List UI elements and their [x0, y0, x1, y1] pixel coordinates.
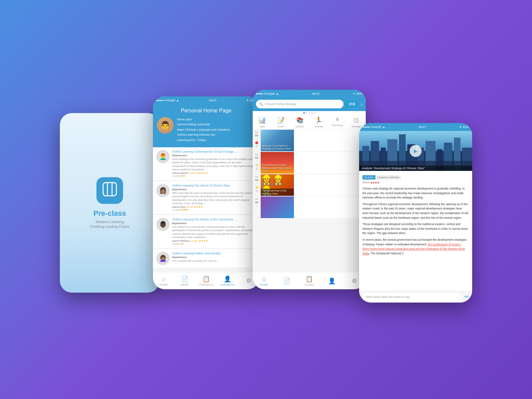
search-icon: 🔍 [259, 102, 263, 106]
nav-label: HOME [160, 283, 168, 286]
item-content: Online Learning:Politics and Morality Ex… [172, 252, 256, 265]
ci-le: Le [255, 153, 258, 156]
avatar-elsa: 👩🏽 [156, 184, 170, 197]
course-indicator-2: Le 02 › ⭐ 🤍 [253, 152, 261, 174]
tab-activity[interactable]: 🏃 Activity [309, 117, 328, 128]
course-tabs: 📊 Type 📝 Exam 📚 Subject 🏃 Activity ¥ [253, 115, 366, 130]
screen3-courses: ●●●● FANQIE ▲ 08:47 ✦ 82% 🔍 China's Ruli… [253, 90, 366, 289]
nav-label: Contect [305, 283, 314, 286]
time-3: 08:47 [312, 92, 320, 95]
ci-heart: 🤍 [255, 145, 258, 148]
course-item-2[interactable]: Le 02 › ⭐ 🤍 Government's Control Method … [253, 152, 366, 174]
tab-type[interactable]: 📊 Type [253, 117, 272, 128]
nav5-icon-3: ⚙ [352, 277, 357, 285]
ci-star: ⭐ [255, 186, 258, 189]
item-score: Score:★★★★ [186, 205, 203, 208]
ci-num: 04 [255, 201, 258, 204]
ci-arrow: › [256, 182, 257, 185]
course-item-4[interactable]: Le 04 › [253, 197, 366, 218]
course-indicator-3: Le 03 › ⭐ 🤍 [253, 174, 261, 196]
carrier-4: ●●●● FANQIE ▲ [362, 125, 385, 129]
tab-recharge[interactable]: ¥ Recharge [328, 117, 347, 128]
nav-2-3[interactable]: 📄 [275, 272, 298, 289]
exp-text: The United Front is led by the Communist… [172, 225, 256, 239]
carrier-2: ●●●● FANQIE ▲ [156, 99, 179, 102]
heart-4: ♥ [377, 181, 379, 185]
item-grade: Grade: [172, 175, 180, 178]
nav-label: HOME [260, 283, 268, 286]
app-subtitle2: Creating Leading Future [90, 224, 130, 228]
course-thumb-3: 👷👷👷 The Social Role of the Working Class [261, 174, 294, 196]
exp-text: For a society and a country, it is very … [172, 259, 256, 263]
tab-subject[interactable]: 📚 Subject [290, 117, 309, 128]
contects-icon: 📋 [202, 275, 210, 283]
contacts-icon: 👤 [224, 275, 231, 283]
nav-home[interactable]: ⌂ HOME [153, 272, 174, 289]
video-title: Analysis: Development Strategy of Chines… [359, 166, 472, 171]
nav-label: MEMO [181, 283, 189, 286]
list-item[interactable]: 👨‍🦰 Online Learning:Contemporary Social … [153, 147, 259, 181]
search-text: China's Ruling Strategy [265, 102, 296, 106]
tab-label: Recharge [332, 124, 343, 127]
dot-5 [314, 112, 316, 114]
nav-contects[interactable]: 📋 CONTECTS [196, 272, 217, 289]
search-field[interactable]: 🔍 China's Ruling Strategy [256, 100, 343, 108]
item-meta: Name:Williams Score:★★★★ Grade:♥♥ [172, 239, 256, 245]
nav-home-3[interactable]: ⌂ HOME [253, 272, 275, 289]
list-item[interactable]: 👨🏿 Online Learning:The history of the Co… [153, 215, 259, 248]
logo-symbol [101, 181, 118, 200]
avatar-4: 👩🏽‍🦱 [156, 252, 170, 265]
edit-icon[interactable]: ✏ [465, 294, 469, 300]
ci-heart: 🤍 [255, 167, 258, 170]
tab-exam[interactable]: 📝 Exam [272, 117, 291, 128]
dot-4 [311, 112, 313, 114]
item-content: Online Learning:The Secret of China's Ri… [172, 184, 256, 211]
article-link[interactable]: the construction of Guang-dong–Hong Kong… [362, 243, 465, 255]
heart-1: ♥ [370, 181, 372, 185]
screen1-wrapper: Pre-class Wisdom Learning Creating Leadi… [60, 96, 160, 293]
item-content: Online Learning:The history of the Commu… [172, 218, 256, 245]
nav-label: CONTACTS [220, 283, 234, 286]
ci-num: 01 [255, 134, 258, 137]
video-player[interactable]: ▶ Analysis: Development Strategy of Chin… [359, 131, 472, 171]
buildings-image: Government's Control Method under High H… [261, 152, 294, 174]
article-para-2: Throughout China's regional economic dev… [362, 202, 469, 220]
screen2-wrapper: ●●●● FANQIE ▲ 08:47 ✦ 82% Personal Home … [153, 96, 259, 289]
course-thumb-4 [261, 197, 294, 218]
status-bar-2: ●●●● FANQIE ▲ 08:47 ✦ 82% [153, 96, 259, 104]
nav-4-3[interactable]: 👤 [321, 272, 343, 289]
screens-container: Pre-class Wisdom Learning Creating Leadi… [60, 96, 472, 303]
page-title-2: Personal Home Page [157, 108, 255, 114]
bottom-nav-2: ⌂ HOME 📄 MEMO 📋 CONTECTS 👤 CONTACTS ⚙ [153, 272, 259, 289]
nav-label: CONTECTS [199, 283, 213, 286]
article-para-1: China's new strategy for regional econom… [362, 187, 469, 200]
play-button[interactable]: ▶ [410, 145, 422, 157]
chat-bar: Write down what you want to say... ✏ [359, 291, 472, 303]
nav-contacts[interactable]: 👤 CONTACTS [217, 272, 238, 289]
ci-heart: 🤍 [255, 190, 258, 193]
app-subtitle1: Wisdom Learning [95, 220, 124, 224]
ci-arrow: › [256, 138, 257, 141]
ci-arrow: › [256, 160, 257, 163]
bottom-nav-3: ⌂ HOME 📄 📋 Contect 👤 ⚙ [253, 272, 366, 289]
item-grade: Grade: [172, 208, 180, 211]
item-name: Name:Elsa [172, 205, 185, 208]
search-button[interactable]: 搜索 [345, 100, 359, 108]
course-item-3[interactable]: Le 03 › ⭐ 🤍 👷👷👷 The Social Role of the W… [253, 174, 366, 196]
memo-icon: 📄 [181, 275, 189, 283]
settings-icon: ⚙ [246, 277, 251, 284]
course-item-1[interactable]: Le 01 › 🔴 🤍 Analysis: Development Strate… [253, 130, 366, 151]
article-para-4: In recent years, the central government … [362, 238, 469, 256]
chat-input-field[interactable]: Write down what you want to say... [362, 293, 462, 301]
city-image: Analysis: Development Strategy of Chines… [261, 130, 294, 151]
exp-label: Experience: [172, 188, 256, 191]
slide-dots [253, 111, 366, 115]
chat-placeholder: Write down what you want to say... [366, 295, 412, 299]
nav-contect-3[interactable]: 📋 Contect [298, 272, 321, 289]
course-thumb-1: Analysis: Development Strategy of Chines… [261, 130, 294, 151]
nav-memo[interactable]: 📄 MEMO [174, 272, 196, 289]
heart-2: ♥ [373, 181, 375, 185]
list-item[interactable]: 👩🏽‍🦱 Online Learning:Politics and Morali… [153, 249, 259, 268]
list-item[interactable]: 👩🏽 Online Learning:The Secret of China's… [153, 181, 259, 214]
screen4-article: ●●●● FANQIE ▲ 08:47 ✦ 82% [359, 123, 472, 303]
